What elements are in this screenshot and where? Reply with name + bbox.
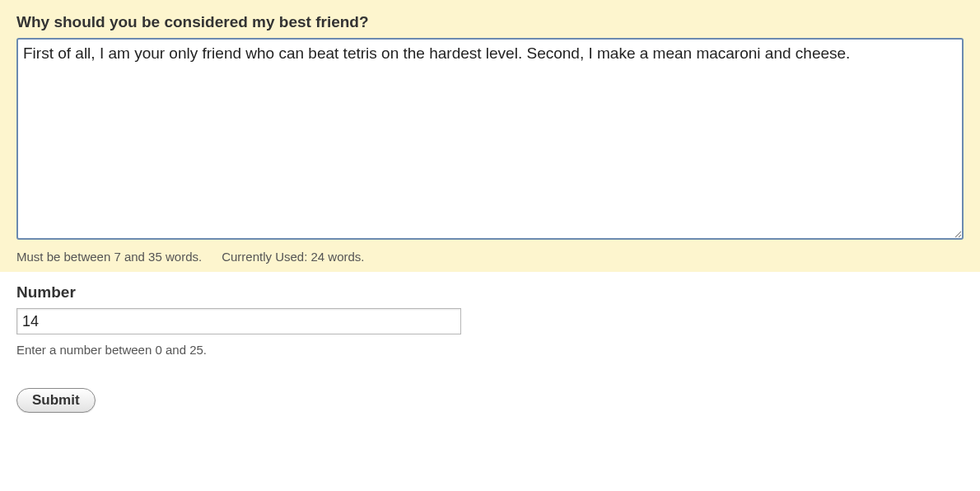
submit-row: Submit (0, 368, 980, 413)
form-container: Why should you be considered my best fri… (0, 0, 980, 413)
essay-hint-row: Must be between 7 and 35 words.Currently… (16, 250, 964, 264)
essay-textarea[interactable] (16, 38, 964, 240)
number-hint: Enter a number between 0 and 25. (16, 343, 964, 357)
essay-label: Why should you be considered my best fri… (16, 13, 964, 31)
submit-button[interactable]: Submit (16, 388, 96, 413)
essay-field-group: Why should you be considered my best fri… (0, 0, 980, 272)
essay-hint-count: Currently Used: 24 words. (222, 250, 364, 264)
number-input[interactable] (16, 308, 461, 334)
number-field-group: Number Enter a number between 0 and 25. (0, 283, 980, 357)
essay-hint-range: Must be between 7 and 35 words. (16, 250, 202, 264)
number-label: Number (16, 283, 964, 302)
